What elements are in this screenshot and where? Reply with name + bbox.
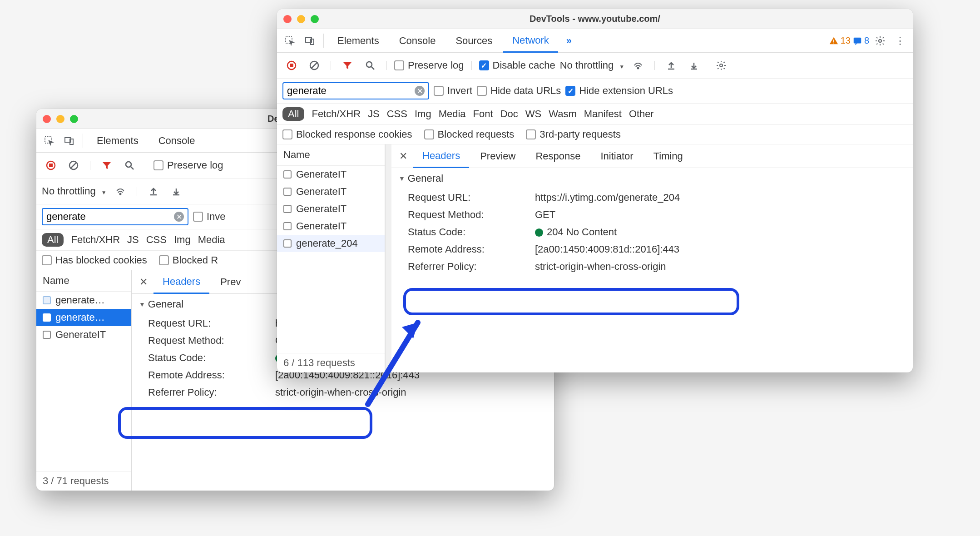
clear-filter-icon[interactable]: ✕ bbox=[415, 86, 425, 96]
request-row[interactable]: GenerateIT bbox=[277, 183, 385, 200]
messages-badge[interactable]: 8 bbox=[852, 35, 869, 46]
close-icon[interactable] bbox=[43, 115, 51, 123]
filter-media[interactable]: Media bbox=[198, 234, 225, 246]
tab-response[interactable]: Response bbox=[526, 144, 589, 168]
invert-checkbox[interactable]: Invert bbox=[434, 85, 472, 97]
name-header[interactable]: Name bbox=[277, 144, 385, 166]
record-button[interactable] bbox=[282, 56, 301, 74]
filter-media[interactable]: Media bbox=[439, 108, 466, 120]
blocked-cookies-checkbox[interactable]: Has blocked cookies bbox=[42, 254, 147, 266]
preserve-log-checkbox[interactable]: Preserve log bbox=[394, 60, 464, 71]
filter-text-input[interactable] bbox=[287, 85, 412, 97]
tab-elements[interactable]: Elements bbox=[88, 129, 148, 153]
device-toggle-icon[interactable] bbox=[301, 32, 319, 50]
close-icon[interactable] bbox=[283, 15, 292, 23]
request-row[interactable]: generate… bbox=[36, 292, 131, 309]
filter-ws[interactable]: WS bbox=[525, 108, 541, 120]
blocked-requests-checkbox[interactable]: Blocked requests bbox=[424, 129, 515, 140]
tab-timing[interactable]: Timing bbox=[644, 144, 692, 168]
filter-icon[interactable] bbox=[98, 156, 116, 174]
filter-img[interactable]: Img bbox=[415, 108, 431, 120]
upload-har-icon[interactable] bbox=[144, 182, 163, 200]
clear-button[interactable] bbox=[64, 156, 83, 174]
device-toggle-icon[interactable] bbox=[60, 132, 78, 150]
filter-input[interactable]: ✕ bbox=[42, 208, 188, 225]
minimize-icon[interactable] bbox=[56, 115, 64, 123]
name-header[interactable]: Name bbox=[36, 270, 131, 292]
request-list[interactable]: GenerateIT GenerateIT GenerateIT Generat… bbox=[277, 166, 385, 353]
hide-extension-urls-checkbox[interactable]: Hide extension URLs bbox=[565, 85, 673, 97]
inspect-icon[interactable] bbox=[281, 32, 299, 50]
tab-headers[interactable]: Headers bbox=[153, 270, 209, 294]
search-icon[interactable] bbox=[361, 56, 379, 74]
request-row[interactable]: generate_204 bbox=[277, 235, 385, 252]
maximize-icon[interactable] bbox=[311, 15, 319, 23]
network-conditions-icon[interactable] bbox=[629, 56, 647, 74]
request-row[interactable]: GenerateIT bbox=[277, 218, 385, 235]
scrollbar[interactable] bbox=[385, 144, 391, 372]
filter-js[interactable]: JS bbox=[127, 234, 139, 246]
filter-img[interactable]: Img bbox=[174, 234, 191, 246]
request-row[interactable]: GenerateIT bbox=[277, 200, 385, 218]
throttling-select[interactable]: No throttling bbox=[42, 185, 107, 197]
filter-text-input[interactable] bbox=[46, 211, 171, 223]
maximize-icon[interactable] bbox=[70, 115, 78, 123]
clear-filter-icon[interactable]: ✕ bbox=[174, 212, 184, 222]
tab-elements[interactable]: Elements bbox=[328, 29, 388, 53]
settings-icon[interactable] bbox=[871, 32, 889, 50]
download-har-icon[interactable] bbox=[167, 182, 185, 200]
blocked-cookies-checkbox[interactable]: Blocked response cookies bbox=[282, 129, 412, 140]
tab-initiator[interactable]: Initiator bbox=[591, 144, 642, 168]
filter-fetch[interactable]: Fetch/XHR bbox=[71, 234, 120, 246]
tab-network[interactable]: Network bbox=[503, 29, 558, 53]
close-detail-icon[interactable]: ✕ bbox=[135, 276, 152, 288]
filter-wasm[interactable]: Wasm bbox=[549, 108, 577, 120]
close-detail-icon[interactable]: ✕ bbox=[395, 150, 411, 162]
titlebar[interactable]: DevTools - www.youtube.com/ bbox=[277, 9, 913, 29]
network-settings-icon[interactable] bbox=[712, 56, 730, 74]
filter-js[interactable]: JS bbox=[368, 108, 380, 120]
filter-all[interactable]: All bbox=[42, 233, 64, 247]
record-button[interactable] bbox=[42, 156, 60, 174]
preserve-log-checkbox[interactable]: Preserve log bbox=[153, 159, 223, 171]
filter-font[interactable]: Font bbox=[473, 108, 493, 120]
disable-cache-checkbox[interactable]: Disable cache bbox=[479, 60, 555, 71]
request-list[interactable]: generate… generate… GenerateIT bbox=[36, 292, 131, 471]
hide-data-urls-checkbox[interactable]: Hide data URLs bbox=[477, 85, 561, 97]
filter-css[interactable]: CSS bbox=[387, 108, 407, 120]
tab-sources[interactable]: Sources bbox=[446, 29, 501, 53]
request-row[interactable]: generate… bbox=[36, 309, 131, 326]
window-controls[interactable] bbox=[43, 115, 78, 123]
search-icon[interactable] bbox=[120, 156, 139, 174]
tab-console[interactable]: Console bbox=[390, 29, 445, 53]
invert-checkbox[interactable]: Inve bbox=[193, 211, 226, 223]
minimize-icon[interactable] bbox=[297, 15, 305, 23]
filter-doc[interactable]: Doc bbox=[500, 108, 518, 120]
filter-icon[interactable] bbox=[338, 56, 356, 74]
throttling-select[interactable]: No throttling bbox=[560, 60, 625, 71]
tab-preview[interactable]: Preview bbox=[471, 144, 525, 168]
filter-manifest[interactable]: Manifest bbox=[584, 108, 622, 120]
more-icon[interactable]: ⋮ bbox=[891, 32, 909, 50]
tab-console[interactable]: Console bbox=[149, 129, 204, 153]
filter-fetch[interactable]: Fetch/XHR bbox=[312, 108, 361, 120]
more-tabs-icon[interactable]: » bbox=[560, 32, 578, 50]
request-row[interactable]: GenerateIT bbox=[36, 326, 131, 343]
tab-preview[interactable]: Prev bbox=[211, 270, 250, 294]
network-conditions-icon[interactable] bbox=[111, 182, 129, 200]
clear-button[interactable] bbox=[305, 56, 323, 74]
filter-all[interactable]: All bbox=[282, 107, 304, 121]
filter-other[interactable]: Other bbox=[629, 108, 654, 120]
inspect-icon[interactable] bbox=[40, 132, 58, 150]
filter-css[interactable]: CSS bbox=[146, 234, 167, 246]
window-controls[interactable] bbox=[283, 15, 319, 23]
blocked-requests-checkbox[interactable]: Blocked R bbox=[159, 254, 218, 266]
tab-headers[interactable]: Headers bbox=[413, 144, 469, 168]
warnings-badge[interactable]: 13 bbox=[829, 35, 851, 46]
request-row[interactable]: GenerateIT bbox=[277, 166, 385, 183]
upload-har-icon[interactable] bbox=[662, 56, 680, 74]
filter-input[interactable]: ✕ bbox=[282, 82, 429, 99]
general-section[interactable]: General bbox=[391, 168, 913, 189]
download-har-icon[interactable] bbox=[685, 56, 703, 74]
third-party-checkbox[interactable]: 3rd-party requests bbox=[526, 129, 621, 140]
